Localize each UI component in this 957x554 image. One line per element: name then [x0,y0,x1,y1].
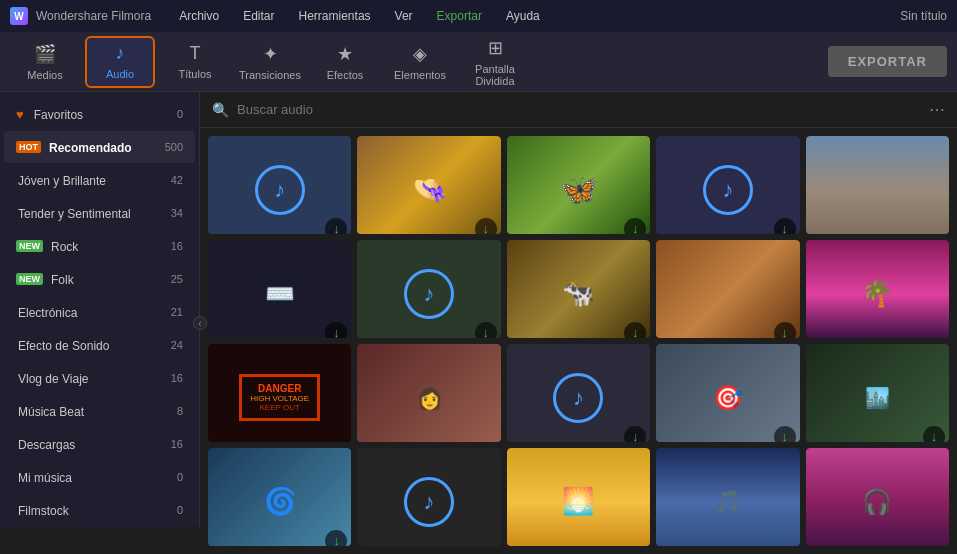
download-icon[interactable]: ↓ [325,322,347,338]
audio-label: Audio [106,68,134,80]
list-item[interactable]: 👒 ↓ Siente el verano [357,136,500,234]
efectos-icon: ★ [337,43,353,65]
titulos-label: Títulos [178,68,211,80]
list-item[interactable]: DANGER HIGH VOLTAGE KEEP OUT Zona de pel… [208,344,351,442]
menu-editar[interactable]: Editar [243,9,274,23]
sidebar-label: Favoritos [32,105,177,123]
sidebar-item-efecto[interactable]: Efecto de Sonido 24 [4,329,195,361]
list-item[interactable]: 🎧 Cielo de lágrimas [806,448,949,546]
sidebar-label: Electrónica [16,303,171,321]
sidebar-item-rock[interactable]: NEW Rock 16 [4,230,195,262]
list-item[interactable]: 🏙️ ↓ A la Vuelta de la Esq... [806,344,949,442]
efectos-label: Efectos [327,69,364,81]
sidebar-item-filmstock[interactable]: Filmstock 0 [4,494,195,526]
download-icon[interactable]: ↓ [774,322,796,338]
list-item[interactable]: Swoosh de transición [357,448,500,546]
sidebar-item-musica[interactable]: Música Beat 8 [4,395,195,427]
thumbnail: ↓ [208,136,351,234]
transiciones-label: Transiciones [239,69,301,81]
list-item[interactable]: 🌴 Cocotero [806,240,949,338]
new-badge: NEW [16,273,43,285]
list-item[interactable]: 🎵 45 - Versión Instrum... [656,448,799,546]
list-item[interactable]: ↓ Mouse click [357,240,500,338]
sidebar-count: 0 [177,504,183,516]
more-options-icon[interactable]: ⋯ [929,100,945,119]
music-icon [404,269,454,319]
tool-medios[interactable]: 🎬 Medios [10,36,80,88]
download-icon[interactable]: ↓ [774,426,796,442]
sidebar-item-tender[interactable]: Tender y Sentimental 34 [4,197,195,229]
thumbnail: 🎯 ↓ [656,344,799,442]
search-icon: 🔍 [212,102,229,118]
menu-ayuda[interactable]: Ayuda [506,9,540,23]
list-item[interactable]: 🌀 ↓ Volver a Empezar [208,448,351,546]
thumbnail: 👒 ↓ [357,136,500,234]
sidebar-label: Mi música [16,468,177,486]
list-item[interactable]: 🦋 ↓ Mariposa [507,136,650,234]
menu-herramientas[interactable]: Herramientas [299,9,371,23]
list-item[interactable]: ⌨️ ↓ Una historia [208,240,351,338]
sidebar-label: Vlog de Viaje [16,369,171,387]
search-input[interactable] [237,102,921,117]
thumbnail: 👩 [357,344,500,442]
download-icon[interactable]: ↓ [774,218,796,234]
thumbnail: 🌀 ↓ [208,448,351,546]
list-item[interactable]: 👩 Así de Claro (Instrum... [357,344,500,442]
list-item[interactable]: ↓ Vuelta de página [656,136,799,234]
sidebar-label: Jóven y Brillante [16,171,171,189]
content-area: 🔍 ⋯ ↓ Bip 👒 ↓ S [200,92,957,554]
sidebar-container: ♥ Favoritos 0 HOT Recomendado 500 Jóven … [0,92,200,554]
thumbnail: 🌴 [806,240,949,338]
tool-pantalla[interactable]: ⊞ Pantalla Dividida [460,36,530,88]
download-icon[interactable]: ↓ [475,218,497,234]
toolbar: 🎬 Medios ♪ Audio T Títulos ✦ Transicione… [0,32,957,92]
list-item[interactable]: ↓ Hombre Polar [656,240,799,338]
thumbnail: 🎧 [806,448,949,546]
thumbnail [357,448,500,546]
new-badge: NEW [16,240,43,252]
sidebar-item-mimusica[interactable]: Mi música 0 [4,461,195,493]
menu-archivo[interactable]: Archivo [179,9,219,23]
window-title: Sin título [900,9,947,23]
list-item[interactable]: 🐄 ↓ Lechero [507,240,650,338]
sidebar-count: 500 [165,141,183,153]
list-item[interactable]: Viaje a Roma [806,136,949,234]
sidebar-item-recomendado[interactable]: HOT Recomendado 500 [4,131,195,163]
download-icon[interactable]: ↓ [475,322,497,338]
thumbnail: 🦋 ↓ [507,136,650,234]
list-item[interactable]: ↓ Computer Keyboard 01 [507,344,650,442]
sidebar-collapse-button[interactable]: ‹ [193,316,207,330]
tool-audio[interactable]: ♪ Audio [85,36,155,88]
sidebar-label: Efecto de Sonido [16,336,171,354]
list-item[interactable]: ↓ Bip [208,136,351,234]
music-icon [553,373,603,423]
tool-elementos[interactable]: ◈ Elementos [385,36,455,88]
search-bar: 🔍 ⋯ [200,92,957,128]
sidebar-label: Música Beat [16,402,177,420]
export-button[interactable]: EXPORTAR [828,46,947,77]
thumbnail: 🎵 [656,448,799,546]
sidebar-count: 0 [177,108,183,120]
app-logo: W [10,7,28,25]
sidebar-item-favoritos[interactable]: ♥ Favoritos 0 [4,98,195,130]
download-icon[interactable]: ↓ [624,426,646,442]
tool-titulos[interactable]: T Títulos [160,36,230,88]
thumbnail: 🏙️ ↓ [806,344,949,442]
sidebar-item-folk[interactable]: NEW Folk 25 [4,263,195,295]
tool-transiciones[interactable]: ✦ Transiciones [235,36,305,88]
sidebar-item-joven[interactable]: Jóven y Brillante 42 [4,164,195,196]
menu-exportar[interactable]: Exportar [437,9,482,23]
list-item[interactable]: 🎯 ↓ Objetivo [656,344,799,442]
sidebar-count: 25 [171,273,183,285]
sidebar-item-vlog[interactable]: Vlog de Viaje 16 [4,362,195,394]
sidebar-item-descargas[interactable]: Descargas 16 [4,428,195,460]
audio-icon: ♪ [116,43,125,64]
tool-efectos[interactable]: ★ Efectos [310,36,380,88]
download-icon[interactable]: ↓ [325,218,347,234]
sidebar-item-electronica[interactable]: Electrónica 21 [4,296,195,328]
list-item[interactable]: 🌅 Sala Feliz [507,448,650,546]
music-icon [703,165,753,215]
main-area: ♥ Favoritos 0 HOT Recomendado 500 Jóven … [0,92,957,554]
menu-ver[interactable]: Ver [395,9,413,23]
hot-badge: HOT [16,141,41,153]
